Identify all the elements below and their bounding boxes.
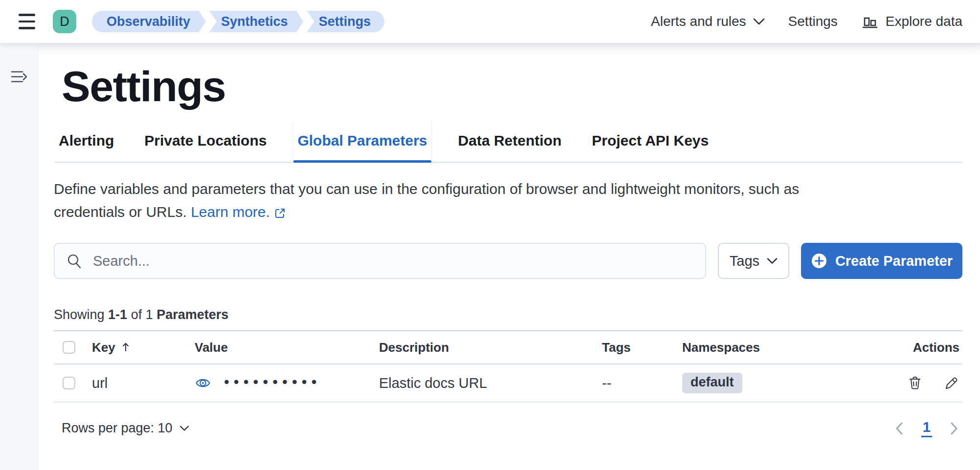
tab-private-locations[interactable]: Private Locations <box>140 122 270 162</box>
tab-description: Define variables and parameters that you… <box>54 177 962 223</box>
results-entity: Parameters <box>156 307 228 322</box>
rows-per-page-label: Rows per page: 10 <box>62 421 173 436</box>
key-header-label: Key <box>92 340 115 355</box>
chevron-down-icon <box>179 425 189 431</box>
tags-header-label: Tags <box>602 340 631 355</box>
settings-nav-link[interactable]: Settings <box>788 14 838 29</box>
sort-ascending-icon <box>120 342 131 353</box>
column-header-key[interactable]: Key <box>81 340 184 355</box>
table-pagination: Rows per page: 10 1 <box>54 419 962 437</box>
rows-per-page-selector[interactable]: Rows per page: 10 <box>62 421 189 436</box>
page-controls: 1 <box>895 419 958 437</box>
learn-more-link[interactable]: Learn more. <box>191 204 270 220</box>
search-input[interactable] <box>92 253 693 270</box>
column-header-actions: Actions <box>795 340 962 355</box>
expand-sidebar-icon[interactable] <box>10 69 28 85</box>
column-header-description: Description <box>367 340 590 355</box>
parameter-tags: -- <box>602 375 611 391</box>
tab-data-retention[interactable]: Data Retention <box>454 122 566 162</box>
top-navigation-bar: D Observability Synthetics Settings Aler… <box>0 0 980 43</box>
chevron-down-icon <box>753 18 765 25</box>
page-title: Settings <box>62 65 962 108</box>
explore-data-label: Explore data <box>886 14 962 29</box>
settings-tabs: Alerting Private Locations Global Parame… <box>55 122 962 163</box>
cell-actions <box>795 375 962 391</box>
cell-key: url <box>81 375 184 391</box>
external-link-icon <box>274 207 286 219</box>
description-header-label: Description <box>379 340 449 355</box>
breadcrumb: Observability Synthetics Settings <box>92 11 384 32</box>
namespace-badge: default <box>682 373 742 393</box>
column-header-tags: Tags <box>590 340 670 355</box>
tags-filter-button[interactable]: Tags <box>718 243 789 279</box>
results-count: Showing 1-1 of 1 Parameters <box>54 307 962 322</box>
reveal-value-eye-icon[interactable] <box>195 375 211 391</box>
collapsed-sidebar <box>0 43 38 470</box>
edit-pencil-icon[interactable] <box>943 375 959 391</box>
description-line-1: Define variables and parameters that you… <box>54 181 799 197</box>
cell-value: •••••••••• <box>184 374 367 392</box>
settings-nav-label: Settings <box>788 14 838 29</box>
search-box <box>54 243 706 279</box>
masked-parameter-value: •••••••••• <box>224 373 321 391</box>
column-header-value: Value <box>184 340 367 355</box>
column-header-namespaces: Namespaces <box>670 340 795 355</box>
search-icon <box>67 253 82 269</box>
value-header-label: Value <box>195 340 228 355</box>
menu-hamburger-icon[interactable] <box>19 14 35 29</box>
avatar[interactable]: D <box>53 10 76 33</box>
tab-project-api-keys[interactable]: Project API Keys <box>588 122 713 162</box>
cell-namespaces: default <box>670 373 795 393</box>
header-actions: Alerts and rules Settings Explore data <box>651 13 980 30</box>
parameter-key: url <box>92 375 108 391</box>
tags-filter-label: Tags <box>730 253 759 269</box>
breadcrumb-settings[interactable]: Settings <box>307 11 385 32</box>
cell-tags: -- <box>590 375 670 391</box>
cell-description: Elastic docs URL <box>367 375 590 391</box>
actions-header-label: Actions <box>913 340 959 355</box>
settings-page: Settings Alerting Private Locations Glob… <box>38 43 980 470</box>
namespaces-header-label: Namespaces <box>682 340 760 355</box>
bar-chart-icon <box>861 13 879 30</box>
toolbar: Tags Create Parameter <box>54 243 962 279</box>
page-number-1[interactable]: 1 <box>921 419 932 437</box>
alerts-and-rules-menu[interactable]: Alerts and rules <box>651 14 765 29</box>
previous-page-chevron-icon[interactable] <box>895 422 904 435</box>
chevron-down-icon <box>767 257 778 264</box>
table-row: url •••••••••• Elastic docs URL -- defau… <box>54 364 962 403</box>
delete-trash-icon[interactable] <box>907 375 923 391</box>
tab-global-parameters[interactable]: Global Parameters <box>293 122 431 162</box>
parameter-description: Elastic docs URL <box>379 375 487 391</box>
table-header-row: Key Value Description Tags Namespaces Ac… <box>54 331 962 364</box>
parameters-table: Key Value Description Tags Namespaces Ac… <box>54 330 962 403</box>
description-line-2: credentials or URLs. <box>54 204 187 220</box>
tab-alerting[interactable]: Alerting <box>55 122 118 162</box>
breadcrumb-observability[interactable]: Observability <box>92 11 206 32</box>
row-checkbox[interactable] <box>63 377 75 389</box>
results-range: 1-1 <box>108 307 127 322</box>
explore-data-link[interactable]: Explore data <box>861 13 962 30</box>
plus-in-circle-icon <box>811 253 827 269</box>
create-parameter-label: Create Parameter <box>835 253 953 269</box>
next-page-chevron-icon[interactable] <box>950 422 958 435</box>
breadcrumb-synthetics[interactable]: Synthetics <box>209 11 304 32</box>
results-of: of 1 <box>131 307 153 322</box>
results-prefix: Showing <box>54 307 105 322</box>
alerts-and-rules-label: Alerts and rules <box>651 14 746 29</box>
select-all-checkbox[interactable] <box>63 341 75 354</box>
create-parameter-button[interactable]: Create Parameter <box>801 243 962 279</box>
